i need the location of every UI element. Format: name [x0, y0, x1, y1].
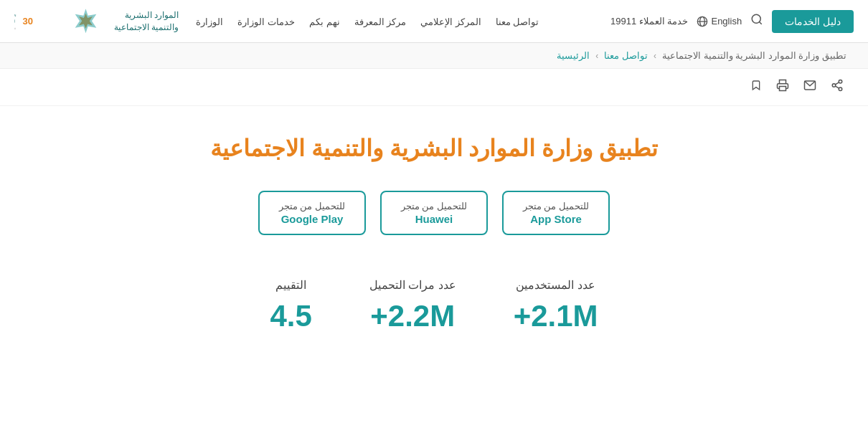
email-button[interactable] — [801, 76, 819, 98]
svg-point-11 — [839, 80, 842, 84]
huawei-top-text: للتحميل من متجر — [399, 201, 469, 211]
print-icon — [776, 79, 789, 92]
svg-text:المملكة العربية السعودية: المملكة العربية السعودية — [14, 27, 16, 30]
breadcrumb-contact[interactable]: تواصل معنا — [604, 50, 648, 61]
search-button[interactable] — [750, 13, 763, 29]
print-button[interactable] — [773, 76, 792, 98]
bookmark-button[interactable] — [747, 76, 765, 98]
appstore-name: App Store — [521, 213, 591, 225]
svg-line-14 — [835, 86, 839, 88]
breadcrumb: تطبيق وزارة الموارد البشرية والتنمية الا… — [0, 43, 868, 69]
download-googleplay-button[interactable]: للتحميل من متجر Google Play — [258, 191, 366, 235]
customer-service-label: خدمة العملاء 19911 — [610, 16, 688, 27]
nav-left-actions: دليل الخدمات English خدمة العملاء 19911 — [610, 10, 854, 33]
top-navigation: دليل الخدمات English خدمة العملاء 19911 … — [0, 0, 868, 43]
bookmark-icon — [750, 79, 762, 92]
appstore-top-text: للتحميل من متجر — [521, 201, 591, 211]
search-icon — [750, 13, 763, 26]
globe-icon — [697, 16, 708, 27]
main-content: تطبيق وزارة الموارد البشرية والتنمية الا… — [0, 106, 868, 362]
stat-rating-label: التقييم — [270, 278, 311, 292]
svg-point-0 — [752, 14, 760, 23]
svg-point-13 — [839, 87, 842, 91]
stat-downloads-label: عدد مرات التحميل — [369, 278, 456, 292]
breadcrumb-home[interactable]: الرئيسية — [557, 50, 590, 61]
nav-media-center[interactable]: المركز الإعلامي — [420, 16, 481, 27]
svg-marker-6 — [75, 9, 97, 33]
nav-ministry-services[interactable]: خدمات الوزارة — [237, 16, 295, 27]
nav-right-area: تواصل معنا المركز الإعلامي مركز المعرفة … — [14, 5, 539, 37]
svg-line-1 — [760, 22, 762, 24]
svg-point-12 — [832, 84, 836, 87]
breadcrumb-separator-1: › — [595, 51, 598, 61]
language-button[interactable]: English — [697, 16, 742, 27]
stat-rating: التقييم 4.5 — [270, 278, 311, 333]
stats-row: عدد المستخدمين +2.1M عدد مرات التحميل +2… — [22, 278, 846, 333]
stat-downloads-value: +2.2M — [369, 299, 456, 333]
download-appstore-button[interactable]: للتحميل من متجر App Store — [502, 191, 610, 235]
nav-knowledge-center[interactable]: مركز المعرفة — [354, 16, 407, 27]
share-icon — [831, 79, 844, 92]
logo-line2: والتنمية الاجتماعية — [114, 22, 179, 34]
huawei-name: Huawei — [399, 213, 469, 225]
download-huawei-button[interactable]: للتحميل من متجر Huawei — [380, 191, 488, 235]
nav-ministry[interactable]: الوزارة — [196, 16, 223, 27]
stat-downloads: عدد مرات التحميل +2.2M — [369, 278, 456, 333]
googleplay-top-text: للتحميل من متجر — [277, 201, 347, 211]
page-title: تطبيق وزارة الموارد البشرية والتنمية الا… — [22, 135, 846, 162]
stat-users-value: +2.1M — [514, 299, 598, 333]
vision-2030-logo: VISION 20 30 المملكة العربية السعودية — [14, 7, 57, 36]
main-nav-links: تواصل معنا المركز الإعلامي مركز المعرفة … — [196, 15, 539, 28]
breadcrumb-separator-2: › — [654, 51, 656, 61]
googleplay-name: Google Play — [277, 213, 347, 225]
breadcrumb-current: تطبيق وزارة الموارد البشرية والتنمية الا… — [662, 50, 846, 61]
logo-text: الموارد البشرية والتنمية الاجتماعية — [114, 9, 179, 34]
stat-rating-value: 4.5 — [270, 299, 311, 333]
stat-users: عدد المستخدمين +2.1M — [514, 278, 598, 333]
logo-line1: الموارد البشرية — [114, 9, 179, 22]
nav-we-care[interactable]: نهم بكم — [309, 16, 340, 27]
share-button[interactable] — [828, 76, 846, 98]
download-buttons-group: للتحميل من متجر App Store للتحميل من متج… — [22, 191, 846, 235]
stat-users-label: عدد المستخدمين — [514, 278, 598, 292]
svg-rect-17 — [780, 87, 786, 91]
page-toolbar — [0, 69, 868, 106]
email-icon — [803, 79, 816, 92]
svg-text:20: 20 — [14, 16, 15, 27]
logo-area: الموارد البشرية والتنمية الاجتماعية VISI… — [14, 5, 179, 37]
svg-line-15 — [835, 82, 839, 85]
services-guide-button[interactable]: دليل الخدمات — [772, 10, 854, 33]
svg-text:30: 30 — [23, 16, 33, 27]
nav-contact-us[interactable]: تواصل معنا — [496, 16, 539, 27]
ministry-logo-icon — [66, 5, 105, 37]
language-label: English — [711, 16, 742, 27]
